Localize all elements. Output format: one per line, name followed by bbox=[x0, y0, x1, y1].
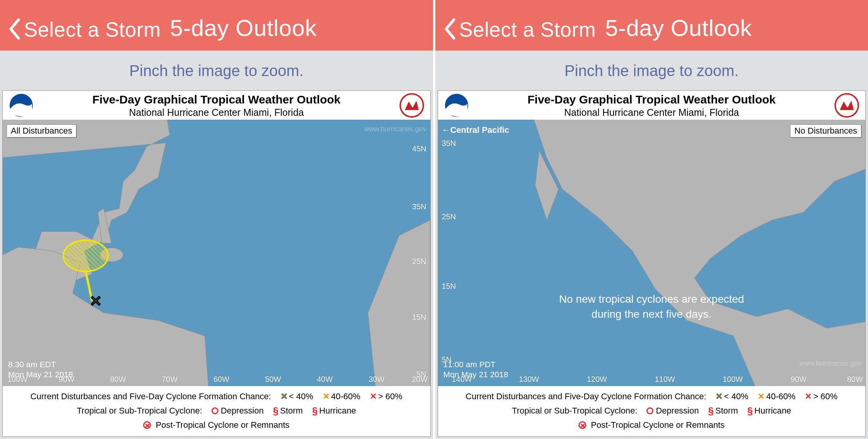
disturbances-pill[interactable]: All Disturbances bbox=[7, 124, 76, 137]
disturbance-ellipse[interactable] bbox=[63, 239, 109, 272]
lon-label: 90W bbox=[791, 375, 807, 384]
timestamp-date: Mon May 21 2018 bbox=[8, 370, 73, 380]
legend-text: Tropical or Sub-Tropical Cyclone: bbox=[77, 406, 202, 415]
legend-text: Storm bbox=[715, 406, 738, 415]
legend-text: > 60% bbox=[378, 392, 403, 401]
x-icon: ✕ bbox=[805, 392, 812, 401]
back-chevron-icon[interactable] bbox=[444, 18, 456, 40]
header-bar: Select a Storm 5-day Outlook bbox=[0, 0, 433, 51]
landmass-icon bbox=[438, 120, 866, 386]
no-cyclone-message: No new tropical cyclones are expected du… bbox=[438, 292, 866, 322]
map-pacific[interactable]: ←Central Pacific No Disturbances No new … bbox=[438, 120, 866, 386]
timestamp-time: 11:00 am PDT bbox=[443, 359, 508, 370]
timestamp-time: 8:30 am EDT bbox=[8, 359, 73, 370]
legend-text: Hurricane bbox=[755, 406, 791, 415]
lat-label: 35N bbox=[442, 139, 456, 148]
x-icon: ✕ bbox=[370, 392, 377, 401]
map-legend: Current Disturbances and Five-Day Cyclon… bbox=[3, 386, 430, 436]
circle-x-icon bbox=[579, 421, 586, 429]
noaa-logo-icon bbox=[9, 93, 34, 118]
map-header: Five-Day Graphical Tropical Weather Outl… bbox=[3, 91, 430, 120]
back-button[interactable]: Select a Storm bbox=[459, 18, 596, 41]
swirl-icon: § bbox=[273, 403, 278, 419]
zoom-hint: Pinch the image to zoom. bbox=[435, 51, 868, 90]
legend-text: > 60% bbox=[813, 392, 838, 401]
lat-label: 45N bbox=[412, 144, 426, 153]
msg-line: during the next five days. bbox=[438, 307, 866, 322]
lat-label: 25N bbox=[412, 257, 426, 266]
lon-label: 60W bbox=[213, 375, 229, 384]
zoom-hint: Pinch the image to zoom. bbox=[0, 51, 433, 90]
lon-label: 110W bbox=[655, 375, 675, 384]
header-bar: Select a Storm 5-day Outlook bbox=[435, 0, 868, 51]
pane-pacific: Select a Storm 5-day Outlook Pinch the i… bbox=[433, 0, 868, 439]
map-timestamp: 11:00 am PDT Mon May 21 2018 bbox=[443, 359, 508, 380]
map-container: Five-Day Graphical Tropical Weather Outl… bbox=[438, 90, 866, 437]
noaa-logo-icon bbox=[444, 93, 469, 118]
nws-logo-icon bbox=[834, 93, 859, 118]
lon-label: 70W bbox=[162, 375, 178, 384]
map-title: Five-Day Graphical Tropical Weather Outl… bbox=[3, 93, 430, 106]
lat-label: 25N bbox=[442, 212, 456, 221]
x-icon: ✕ bbox=[758, 392, 765, 401]
circle-icon bbox=[212, 407, 218, 414]
x-icon: ✕ bbox=[281, 392, 288, 401]
legend-text: Current Disturbances and Five-Day Cyclon… bbox=[465, 392, 706, 401]
map-subtitle: National Hurricane Center Miami, Florida bbox=[438, 107, 866, 118]
watermark: www.hurricanes.gov bbox=[799, 359, 861, 368]
lon-label: 30W bbox=[369, 375, 384, 384]
watermark: www.hurricanes.gov bbox=[364, 125, 426, 133]
lon-label: 40W bbox=[317, 375, 333, 384]
map-timestamp: 8:30 am EDT Mon May 21 2018 bbox=[8, 359, 73, 380]
swirl-icon: § bbox=[747, 403, 753, 419]
legend-text: < 40% bbox=[724, 392, 748, 401]
map-atlantic[interactable]: All Disturbances www.hurricanes.gov ✕ 45… bbox=[3, 120, 430, 386]
legend-text: 40-60% bbox=[766, 392, 795, 401]
legend-text: 40-60% bbox=[331, 392, 360, 401]
map-title: Five-Day Graphical Tropical Weather Outl… bbox=[438, 93, 866, 106]
svg-point-1 bbox=[400, 94, 423, 117]
lon-label: 100W bbox=[723, 375, 743, 384]
x-icon: ✕ bbox=[323, 392, 330, 401]
legend-text: Current Disturbances and Five-Day Cyclon… bbox=[30, 392, 271, 401]
map-subtitle: National Hurricane Center Miami, Florida bbox=[3, 107, 430, 118]
circle-icon bbox=[646, 407, 653, 414]
lon-label: 50W bbox=[265, 375, 281, 384]
legend-text: Post-Tropical Cyclone or Remnants bbox=[156, 420, 289, 430]
pane-atlantic: Select a Storm 5-day Outlook Pinch the i… bbox=[0, 0, 433, 439]
disturbances-pill[interactable]: No Disturbances bbox=[790, 124, 861, 137]
legend-text: Storm bbox=[280, 406, 303, 415]
swirl-icon: § bbox=[708, 403, 714, 419]
msg-line: No new tropical cyclones are expected bbox=[438, 292, 866, 307]
nws-logo-icon bbox=[399, 93, 424, 118]
legend-text: Tropical or Sub-Tropical Cyclone: bbox=[512, 406, 638, 415]
legend-text: Post-Tropical Cyclone or Remnants bbox=[591, 420, 724, 430]
back-button[interactable]: Select a Storm bbox=[24, 18, 161, 41]
lon-label: 80W bbox=[110, 375, 126, 384]
circle-x-icon bbox=[143, 421, 151, 429]
disturbance-x-marker[interactable]: ✕ bbox=[90, 293, 102, 310]
lon-label: 20W bbox=[412, 375, 428, 384]
svg-point-4 bbox=[835, 94, 858, 117]
lat-label: 15N bbox=[412, 313, 426, 322]
map-legend: Current Disturbances and Five-Day Cyclon… bbox=[438, 386, 866, 436]
swirl-icon: § bbox=[312, 403, 318, 419]
timestamp-date: Mon May 21 2018 bbox=[443, 370, 508, 380]
map-container: Five-Day Graphical Tropical Weather Outl… bbox=[2, 90, 431, 437]
legend-text: Hurricane bbox=[319, 406, 356, 415]
lat-label: 15N bbox=[442, 282, 456, 291]
lat-label: 35N bbox=[412, 202, 426, 211]
legend-text: Depression bbox=[221, 406, 264, 415]
lon-label: 80W bbox=[847, 375, 863, 384]
lon-label: 130W bbox=[519, 375, 539, 384]
legend-text: Depression bbox=[656, 406, 699, 415]
map-header: Five-Day Graphical Tropical Weather Outl… bbox=[438, 91, 866, 120]
x-icon: ✕ bbox=[716, 392, 722, 401]
back-chevron-icon[interactable] bbox=[8, 18, 21, 40]
central-pacific-link[interactable]: ←Central Pacific bbox=[442, 125, 509, 135]
page-title: 5-day Outlook bbox=[605, 15, 752, 41]
page-title: 5-day Outlook bbox=[170, 15, 317, 41]
legend-text: < 40% bbox=[289, 392, 313, 401]
lon-label: 120W bbox=[587, 375, 607, 384]
